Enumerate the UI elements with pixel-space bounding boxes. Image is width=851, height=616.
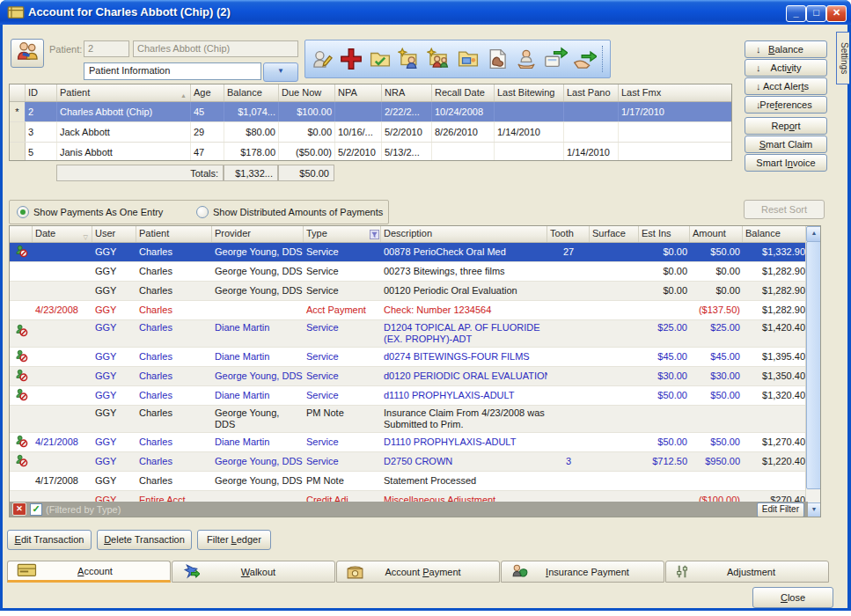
ledger-column-header[interactable]: Type (304, 226, 381, 242)
filter-icon[interactable] (370, 229, 379, 242)
ledger-column-header[interactable]: Balance (743, 226, 808, 242)
family-grid-column-header[interactable]: Balance (224, 84, 279, 101)
send-claim-icon[interactable] (542, 44, 569, 74)
ledger-column-header[interactable]: Description (381, 226, 547, 242)
filter-enabled-checkbox[interactable]: ✓ (30, 503, 42, 516)
side-button-report[interactable]: Report (745, 117, 827, 135)
close-button[interactable]: Close (752, 587, 833, 608)
ledger-row[interactable]: GGYCharlesGeorge Young, DDSServiceD2750 … (10, 452, 820, 472)
ledger-row[interactable]: 4/23/2008GGYCharlesAcct PaymentCheck: Nu… (10, 301, 820, 320)
close-window-button[interactable]: ✕ (826, 5, 847, 22)
ledger-row[interactable]: GGYCharlesDiane MartinServiced1110 PROPH… (10, 386, 820, 406)
minimize-button[interactable]: _ (786, 5, 806, 22)
medical-alert-icon[interactable] (338, 44, 364, 74)
ledger-row[interactable]: GGYCharlesDiane MartinServiced0274 BITEW… (10, 348, 820, 367)
new-family-icon[interactable] (425, 44, 451, 74)
radio-icon[interactable] (196, 206, 209, 218)
claim-blocked-icon (15, 245, 28, 261)
commlog-icon[interactable] (367, 44, 393, 74)
ledger-row[interactable]: GGYCharlesGeorge Young, DDSService00273 … (10, 262, 820, 282)
radio-selected-icon[interactable] (17, 206, 29, 218)
settings-side-tab[interactable]: Settings (836, 32, 849, 84)
scrollbar-thumb[interactable] (806, 241, 821, 489)
tab-adjustment[interactable]: Adjustment (665, 561, 829, 583)
family-members-button[interactable] (11, 39, 44, 68)
side-button-acct-alerts[interactable]: ↓Acct Alerts (745, 77, 827, 95)
ledger-row[interactable]: 4/17/2008GGYCharlesGeorge Young, DDSPM N… (10, 472, 820, 491)
action-button-edit-transaction[interactable]: Edit Transaction (7, 530, 92, 550)
tab-account-payment[interactable]: Account Payment (336, 561, 500, 583)
ledger-column-header[interactable]: User (92, 226, 136, 242)
patient-id-field[interactable]: 2 (84, 40, 129, 57)
ledger-row[interactable]: GGYCharlesGeorge Young, DDSService00120 … (10, 282, 820, 301)
side-button-balance[interactable]: ↓Balance (745, 40, 827, 58)
ledger-column-header[interactable]: Date▽ (33, 226, 92, 242)
family-grid-row[interactable]: *2Charles Abbott (Chip)45$1,074...$100.0… (10, 102, 731, 122)
tab-insurance-payment[interactable]: Insurance Payment (501, 561, 664, 583)
ledger-row[interactable]: GGYCharlesDiane MartinServiceD1204 TOPIC… (10, 320, 820, 348)
side-button-preferences[interactable]: ↓Preferences (745, 96, 827, 114)
ledger-cell-est_ins: $30.00 (639, 367, 690, 385)
scroll-up-button[interactable]: ▲ (806, 226, 821, 242)
settings-side-tab-label: Settings (840, 42, 849, 74)
family-grid-row[interactable]: 5Janis Abbott47$178.00($50.00)5/2/20105/… (10, 143, 731, 161)
edit-patient-icon[interactable] (309, 44, 335, 74)
new-patient-icon[interactable] (396, 44, 422, 74)
family-grid-column-header[interactable]: Last Fmx (619, 84, 732, 101)
patient-name-field[interactable]: Charles Abbott (Chip) (133, 40, 298, 57)
scroll-down-button[interactable]: ▼ (806, 502, 821, 517)
notes-icon[interactable] (484, 44, 510, 74)
ledger-column-header[interactable]: Est Ins (639, 226, 690, 242)
action-button-filter-ledger[interactable]: Filter Ledger (197, 530, 271, 550)
family-grid-column-header[interactable]: ID (26, 84, 57, 101)
family-grid-column-header[interactable]: Last Pano (564, 84, 619, 101)
side-button-smart-claim[interactable]: Smart Claim (745, 136, 827, 153)
family-grid-column-header[interactable]: Due Now (279, 84, 335, 101)
quick-send-icon[interactable] (571, 44, 598, 74)
family-grid-column-header[interactable] (10, 84, 26, 101)
ledger-row[interactable]: 4/21/2008GGYCharlesDiane MartinServiceD1… (10, 433, 820, 452)
ledger-scrollbar[interactable]: ▲▼ (805, 226, 820, 517)
remove-filter-button[interactable]: ✕ (12, 502, 26, 516)
family-grid-column-header[interactable]: Age (191, 84, 224, 101)
ledger-cell-user: GGY (92, 262, 136, 281)
ledger-cell-provider (212, 301, 304, 319)
ledger-row[interactable]: GGYCharlesGeorge Young, DDSService00878 … (10, 243, 820, 262)
family-grid-cell-npa: 5/2/2010 (335, 143, 382, 161)
side-button-activity[interactable]: ↓Activity (745, 59, 827, 77)
ledger-row[interactable]: GGYCharlesGeorge Young, DDSPM NoteInsura… (10, 406, 820, 433)
ledger-cell-date (33, 348, 92, 366)
adjustment-tab-icon (675, 563, 692, 580)
ledger-column-header[interactable]: Amount (690, 226, 743, 242)
payment-display-option[interactable]: Show Distributed Amounts of Payments (196, 206, 383, 218)
ledger-column-header[interactable]: Provider (212, 226, 304, 242)
family-grid-row[interactable]: 3Jack Abbott29$80.00$0.0010/16/...5/2/20… (10, 122, 731, 143)
toolbar-separator (602, 46, 606, 72)
payment-display-option[interactable]: Show Payments As One Entry (17, 206, 163, 218)
patient-hold-icon[interactable] (513, 44, 539, 74)
ledger-column-header[interactable]: Tooth (547, 226, 590, 242)
ledger-column-header[interactable] (10, 226, 33, 242)
ledger-cell-type: PM Note (304, 472, 381, 490)
images-folder-icon[interactable] (455, 44, 481, 74)
family-grid-column-header[interactable]: Patient▲ (57, 84, 191, 101)
action-button-delete-transaction[interactable]: Delete Transaction (97, 530, 192, 550)
tab-walkout[interactable]: Walkout (172, 561, 335, 583)
patient-info-dropdown-arrow[interactable]: ▼ (263, 62, 298, 82)
ledger-column-header[interactable]: Surface (590, 226, 639, 242)
side-button-smart-invoice[interactable]: Smart Invoice (745, 154, 827, 172)
patient-info-dropdown[interactable]: Patient Information (84, 62, 261, 80)
family-grid-column-header[interactable]: NPA (335, 84, 382, 101)
ledger-row[interactable]: GGYCharlesGeorge Young, DDSServiced0120 … (10, 367, 820, 386)
family-grid-column-header[interactable]: NRA (382, 84, 432, 101)
family-grid-cell-id: 3 (26, 122, 57, 142)
tab-account[interactable]: Account (7, 561, 171, 583)
family-grid-column-header[interactable]: Recall Date (432, 84, 495, 101)
ledger-cell-amount: $50.00 (690, 433, 743, 451)
family-grid-column-header[interactable]: Last Bitewing (495, 84, 564, 101)
edit-filter-button[interactable]: Edit Filter (757, 502, 804, 517)
reset-sort-button[interactable]: Reset Sort (744, 200, 825, 219)
maximize-button[interactable]: □ (806, 5, 826, 22)
payment-display-option-label: Show Distributed Amounts of Payments (213, 207, 383, 217)
ledger-column-header[interactable]: Patient (136, 226, 212, 242)
